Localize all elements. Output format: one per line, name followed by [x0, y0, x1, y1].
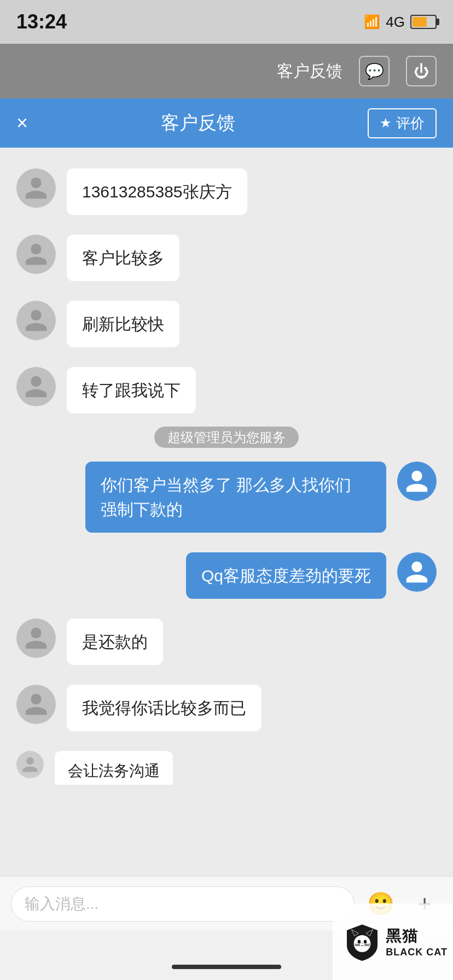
- avatar: [16, 751, 44, 778]
- avatar: [16, 235, 56, 274]
- status-right: 📶 4G: [364, 14, 437, 31]
- status-time: 13:24: [16, 10, 67, 33]
- star-icon: ★: [380, 115, 392, 131]
- input-placeholder: 输入消息...: [25, 894, 98, 914]
- app-header-label: 客户反馈: [277, 60, 342, 83]
- watermark: 黑猫 BLACK CAT: [333, 903, 453, 980]
- nav-bar: × 客户反馈 ★ 评价: [0, 98, 453, 148]
- message-bubble: 你们客户当然多了 那么多人找你们 强制下款的: [85, 462, 386, 533]
- message-row: 刷新比较快: [0, 291, 453, 357]
- message-row: Qq客服态度差劲的要死: [0, 542, 453, 609]
- avatar: [16, 168, 56, 208]
- rate-label: 评价: [396, 114, 425, 133]
- svg-point-3: [358, 940, 361, 944]
- message-row: 会让法务沟通: [0, 741, 453, 785]
- message-bubble: 转了跟我说下: [67, 367, 196, 413]
- avatar: [397, 462, 437, 501]
- close-button[interactable]: ×: [16, 112, 28, 135]
- message-row: 转了跟我说下: [0, 357, 453, 423]
- chat-icon: 💬: [365, 62, 384, 80]
- watermark-content: 黑猫 BLACK CAT: [343, 923, 448, 961]
- status-bar: 13:24 📶 4G: [0, 0, 453, 44]
- avatar: [16, 619, 56, 658]
- chat-area: 13613285385张庆方 客户比较多 刷新比较快 转了跟我说下 超级管理员为…: [0, 148, 453, 886]
- app-header: 客户反馈 💬 ⏻: [0, 44, 453, 98]
- avatar: [397, 552, 437, 592]
- watermark-chinese: 黑猫: [386, 926, 419, 947]
- message-bubble: 客户比较多: [67, 235, 179, 281]
- power-icon-button[interactable]: ⏻: [406, 56, 437, 86]
- system-message: 超级管理员为您服务: [0, 429, 453, 446]
- power-icon: ⏻: [414, 62, 429, 80]
- message-row: 13613285385张庆方: [0, 159, 453, 225]
- avatar: [16, 367, 56, 406]
- message-input[interactable]: 输入消息...: [11, 886, 355, 921]
- svg-point-4: [364, 940, 367, 944]
- avatar: [16, 301, 56, 340]
- message-bubble-partial: 会让法务沟通: [55, 751, 173, 785]
- network-label: 4G: [386, 14, 405, 31]
- rate-button[interactable]: ★ 评价: [368, 108, 437, 138]
- message-bubble: 刷新比较快: [67, 301, 179, 347]
- message-row: 你们客户当然多了 那么多人找你们 强制下款的: [0, 452, 453, 542]
- message-bubble: 我觉得你话比较多而已: [67, 685, 262, 731]
- battery-icon: [410, 15, 437, 29]
- message-bubble: Qq客服态度差劲的要死: [186, 552, 386, 599]
- message-row: 是还款的: [0, 609, 453, 675]
- message-bubble: 13613285385张庆方: [67, 168, 247, 215]
- message-bubble: 是还款的: [67, 619, 163, 665]
- cat-logo-icon: [343, 923, 381, 961]
- message-row: 客户比较多: [0, 225, 453, 291]
- avatar: [16, 685, 56, 724]
- cat-icon-wrap: 黑猫 BLACK CAT: [343, 923, 448, 961]
- home-indicator: [172, 965, 281, 969]
- chat-icon-button[interactable]: 💬: [359, 56, 390, 86]
- nav-title: 客户反馈: [161, 110, 235, 136]
- battery-fill: [413, 17, 427, 27]
- signal-icon: 📶: [364, 14, 380, 30]
- message-row: 我觉得你话比较多而已: [0, 675, 453, 741]
- watermark-english: BLACK CAT: [386, 947, 448, 958]
